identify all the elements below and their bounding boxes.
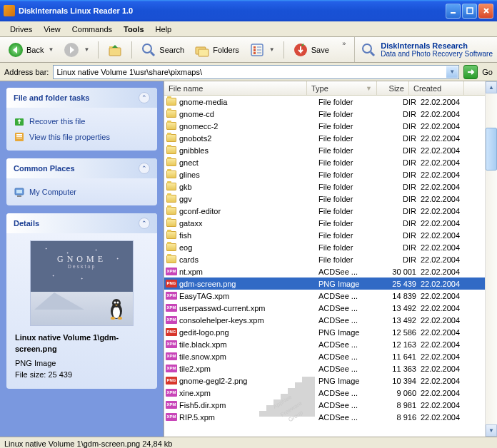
close-button[interactable] [478,4,493,19]
file-row[interactable]: XPMRIP.5.xpmACDSee ...8 91622.02.2004 [164,411,497,423]
forward-icon [64,42,79,58]
file-size: DIR [388,110,421,118]
tasks-header[interactable]: File and folder tasks ⌃ [6,88,157,108]
file-row[interactable]: gnobots2File folderDIR22.02.2004 [164,132,497,144]
addressbar: Address bar: Linux native Volume 1\usr\s… [0,63,497,81]
file-row[interactable]: XPMconsolehelper-keys.xpmACDSee ...13 49… [164,314,497,326]
save-button[interactable]: Save [289,40,333,60]
address-input[interactable]: Linux native Volume 1\usr\share\pixmaps\… [53,65,459,79]
menu-commands[interactable]: Commands [66,24,118,35]
file-row[interactable]: gconf-editorFile folderDIR22.02.2004 [164,205,497,217]
file-created: 22.02.2004 [421,207,476,215]
col-created[interactable]: Created [409,81,464,95]
file-created: 22.02.2004 [421,377,476,385]
places-header[interactable]: Common Places ⌃ [6,158,157,178]
xpm-icon: XPM [166,352,177,360]
dropdown-icon: ▼ [48,46,54,53]
col-type[interactable]: Type▼ [307,81,377,95]
sidebar-link-recover[interactable]: Recover this file [14,113,150,129]
details-type: PNG Image [15,357,149,369]
svg-rect-4 [109,48,121,56]
file-row[interactable]: gnomecc-2File folderDIR22.02.2004 [164,120,497,132]
views-button[interactable]: ▼ [246,40,278,60]
file-row[interactable]: XPMEasyTAG.xpmACDSee ...14 83922.02.2004 [164,290,497,302]
address-label: Address bar: [4,68,49,76]
scroll-up-icon[interactable]: ▲ [486,81,497,93]
chevron-icon[interactable]: » [342,37,346,47]
address-value: Linux native Volume 1\usr\share\pixmaps\ [56,68,202,76]
file-type: File folder [318,255,388,264]
folder-icon [166,146,176,154]
col-name[interactable]: File name [164,81,307,95]
file-row[interactable]: glinesFile folderDIR22.02.2004 [164,168,497,180]
places-panel: Common Places ⌃ My Computer [6,158,157,205]
file-row[interactable]: PNGgdm-screen.pngPNG Image25 43922.02.20… [164,278,497,290]
menu-tools[interactable]: Tools [118,24,150,35]
file-type: File folder [318,170,388,179]
sidebar-link-props[interactable]: View this file properties [14,129,150,145]
file-row[interactable]: gnectFile folderDIR22.02.2004 [164,156,497,168]
xpm-icon: XPM [166,413,177,421]
folders-button[interactable]: Folders [191,40,243,60]
file-created: 22.02.2004 [421,158,476,167]
file-row[interactable]: fishFile folderDIR22.02.2004 [164,229,497,241]
folder-icon [166,122,176,130]
file-type: File folder [318,183,388,191]
file-name: gnome-gegl2-2.png [179,377,318,385]
file-name: RIP.5.xpm [179,413,318,422]
file-name: cards [179,255,318,264]
file-row[interactable]: XPMxine.xpmACDSee ...9 06022.02.2004 [164,387,497,399]
file-row[interactable]: cardsFile folderDIR22.02.2004 [164,253,497,265]
places-title: Common Places [14,164,75,173]
back-button[interactable]: Back ▼ [4,40,57,60]
file-row[interactable]: XPMuserpasswd-current.xpmACDSee ...13 49… [164,302,497,314]
collapse-icon[interactable]: ⌃ [139,218,150,229]
menu-drives[interactable]: Drives [4,24,38,35]
file-name: fish [179,231,318,240]
file-type: File folder [318,207,388,215]
collapse-icon[interactable]: ⌃ [139,163,150,174]
file-name: gnome-media [179,98,318,106]
details-header[interactable]: Details ⌃ [6,213,157,233]
menu-help[interactable]: Help [150,24,178,35]
folder-up-icon [107,42,123,58]
file-created: 22.02.2004 [421,352,476,361]
details-filename: Linux native Volume 1\gdm-screen.png [15,332,149,355]
file-row[interactable]: ggvFile folderDIR22.02.2004 [164,193,497,205]
scroll-down-icon[interactable]: ▼ [486,424,497,437]
collapse-icon[interactable]: ⌃ [139,92,150,103]
dropdown-icon[interactable]: ▼ [446,66,458,78]
file-row[interactable]: gnome-mediaFile folderDIR22.02.2004 [164,96,497,108]
tasks-panel: File and folder tasks ⌃ Recover this fil… [6,88,157,151]
promo-panel[interactable]: DiskInternals Research Data and Photo Re… [354,37,493,62]
minimize-button[interactable] [446,4,461,19]
file-row[interactable]: gkbFile folderDIR22.02.2004 [164,180,497,193]
up-button[interactable] [104,40,126,60]
file-row[interactable]: XPMFish5.dir.xpmACDSee ...8 98122.02.200… [164,399,497,411]
file-row[interactable]: XPMnt.xpmACDSee ...30 00122.02.2004 [164,265,497,278]
titlebar: DiskInternals Linux Reader 1.0 [0,0,497,21]
sidebar-link-computer[interactable]: My Computer [14,184,150,200]
forward-button[interactable]: ▼ [60,40,93,60]
file-size: 30 001 [388,268,421,276]
file-type: ACDSee ... [318,292,388,300]
maximize-button[interactable] [462,4,477,19]
menu-view[interactable]: View [38,24,66,35]
file-row[interactable]: XPMtile2.xpmACDSee ...11 36322.02.2004 [164,362,497,375]
file-row[interactable]: eogFile folderDIR22.02.2004 [164,241,497,253]
file-row[interactable]: gataxxFile folderDIR22.02.2004 [164,217,497,229]
search-button[interactable]: Search [137,40,188,60]
promo-text: DiskInternals Research Data and Photo Re… [381,41,493,58]
col-size[interactable]: Size [377,81,409,95]
file-row[interactable]: gnibblesFile folderDIR22.02.2004 [164,144,497,156]
file-row[interactable]: PNGgedit-logo.pngPNG Image12 58622.02.20… [164,326,497,338]
file-size: DIR [388,146,421,155]
scroll-thumb[interactable] [486,128,497,170]
scrollbar-vertical[interactable]: ▲ ▼ [485,81,497,437]
file-row[interactable]: XPMtile.snow.xpmACDSee ...11 64122.02.20… [164,350,497,362]
file-row[interactable]: XPMtile.black.xpmACDSee ...12 16322.02.2… [164,338,497,350]
file-row[interactable]: PNGgnome-gegl2-2.pngPNG Image10 39422.02… [164,375,497,387]
folder-icon [166,195,176,203]
file-row[interactable]: gnome-cdFile folderDIR22.02.2004 [164,108,497,120]
go-button[interactable] [463,65,478,79]
